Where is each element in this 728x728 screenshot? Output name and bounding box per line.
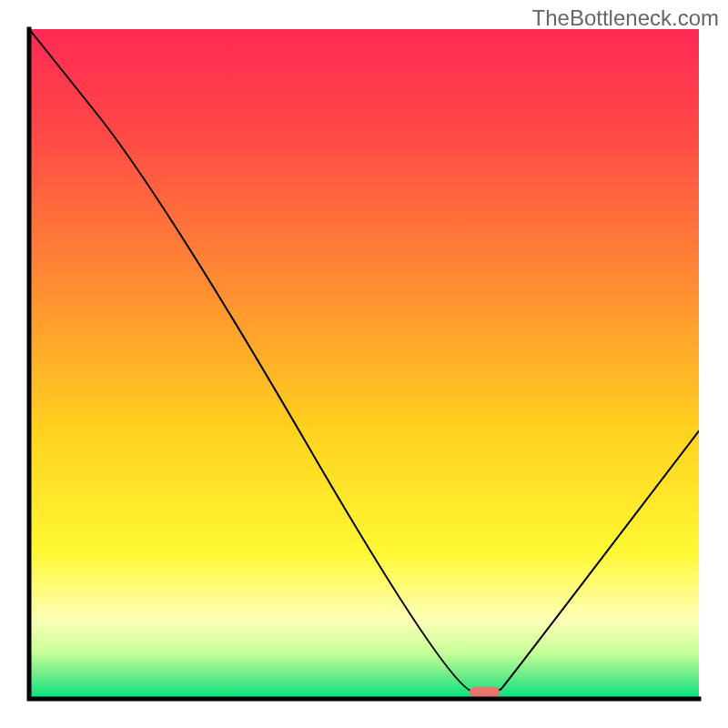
gradient-background bbox=[29, 29, 699, 699]
bottleneck-chart bbox=[0, 0, 728, 728]
optimal-marker bbox=[470, 687, 500, 698]
watermark-text: TheBottleneck.com bbox=[532, 5, 719, 31]
